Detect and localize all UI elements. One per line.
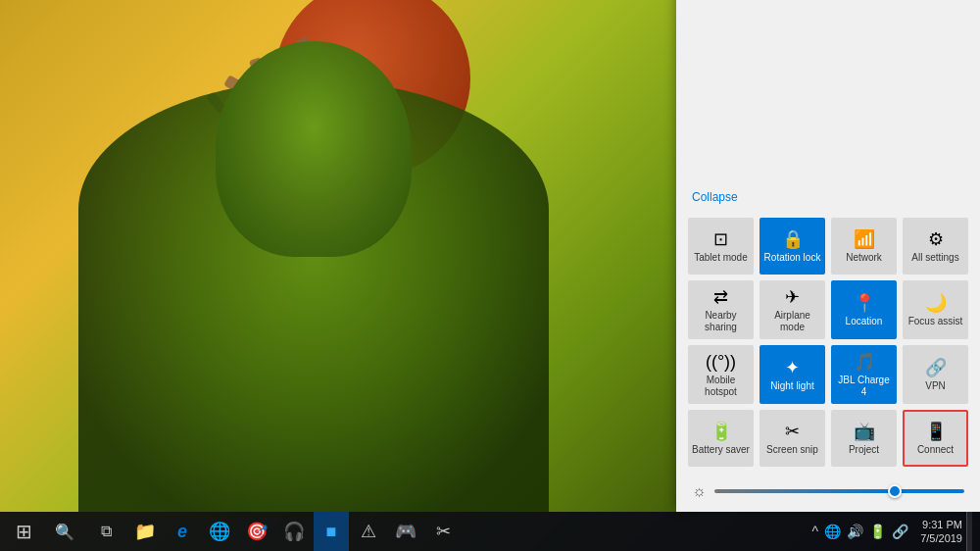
tablet-mode-icon: ⊡ [713, 230, 728, 248]
tile-focus-assist-label: Focus assist [908, 316, 963, 327]
app4-icon: ⚠ [361, 521, 376, 542]
search-icon: 🔍 [55, 523, 74, 541]
brightness-control: ☼ [676, 475, 980, 512]
quick-actions-grid: ⊡ Tablet mode 🔒 Rotation lock 📶 Network … [676, 210, 980, 475]
show-desktop-button[interactable] [966, 512, 972, 551]
taskbar-app-file-explorer[interactable]: 📁 [127, 512, 163, 551]
brightness-icon: ☼ [692, 482, 707, 500]
tile-jbl-charge4-label: JBL Charge 4 [835, 375, 893, 398]
task-view-button[interactable]: ⧉ [86, 512, 125, 551]
tile-nearby-sharing-label: Nearby sharing [692, 310, 750, 333]
tile-network[interactable]: 📶 Network [831, 218, 897, 275]
collapse-button[interactable]: Collapse [676, 184, 980, 210]
tile-rotation-lock[interactable]: 🔒 Rotation lock [760, 218, 825, 275]
taskbar-app-2[interactable]: 🎧 [276, 512, 312, 551]
tile-night-light-label: Night light [770, 380, 813, 392]
tile-vpn[interactable]: 🔗 VPN [903, 345, 968, 404]
connect-icon: 📱 [925, 423, 947, 440]
taskbar-app-chrome[interactable]: 🌐 [202, 512, 237, 551]
screen-snip-icon: ✂ [785, 423, 800, 440]
app1-icon: 🎯 [246, 521, 268, 542]
task-view-icon: ⧉ [101, 523, 112, 540]
network-tray-icon[interactable]: 🌐 [824, 524, 841, 539]
rotation-lock-icon: 🔒 [782, 230, 804, 248]
tile-airplane-mode[interactable]: ✈ Airplane mode [760, 280, 825, 339]
tile-location-label: Location [846, 316, 883, 327]
tile-focus-assist[interactable]: 🌙 Focus assist [903, 280, 968, 339]
jbl-charge4-icon: 🎵 [854, 353, 875, 371]
vpn-icon: 🔗 [925, 359, 947, 376]
clock-time: 9:31 PM [920, 518, 962, 531]
tile-screen-snip-label: Screen snip [766, 444, 818, 456]
tile-tablet-mode[interactable]: ⊡ Tablet mode [688, 218, 754, 275]
link-tray-icon[interactable]: 🔗 [892, 524, 908, 539]
taskbar-app-3[interactable]: ■ [314, 512, 349, 551]
tile-night-light[interactable]: ✦ Night light [760, 345, 825, 404]
taskbar-app-edge[interactable]: e [165, 512, 200, 551]
location-icon: 📍 [854, 294, 875, 312]
show-hidden-icon[interactable]: ^ [812, 524, 819, 539]
tile-tablet-mode-label: Tablet mode [694, 252, 747, 264]
night-light-icon: ✦ [785, 359, 800, 376]
collapse-label: Collapse [692, 190, 738, 204]
taskbar-app-6[interactable]: ✂ [425, 512, 461, 551]
brightness-slider[interactable] [714, 489, 964, 493]
tile-mobile-hotspot[interactable]: ((°)) Mobile hotspot [688, 345, 754, 404]
taskbar-app-5[interactable]: 🎮 [388, 512, 423, 551]
taskbar: ⊞ 🔍 ⧉ 📁 e 🌐 🎯 🎧 [0, 512, 980, 551]
app3-icon: ■ [326, 522, 337, 542]
hulk-head [216, 41, 412, 257]
tile-battery-saver-label: Battery saver [692, 444, 750, 456]
app5-icon: 🎮 [395, 521, 416, 542]
taskbar-app-1[interactable]: 🎯 [239, 512, 274, 551]
all-settings-icon: ⚙ [928, 230, 944, 248]
chrome-icon: 🌐 [209, 521, 230, 542]
edge-icon: e [177, 522, 187, 542]
tile-jbl-charge4[interactable]: 🎵 JBL Charge 4 [831, 345, 897, 404]
file-explorer-icon: 📁 [134, 521, 156, 542]
start-button[interactable]: ⊞ [4, 512, 43, 551]
tile-all-settings[interactable]: ⚙ All settings [903, 218, 968, 275]
tile-screen-snip[interactable]: ✂ Screen snip [760, 410, 825, 467]
tile-connect[interactable]: 📱 Connect [903, 410, 968, 467]
tile-network-label: Network [846, 252, 882, 264]
project-icon: 📺 [854, 423, 875, 440]
battery-tray-icon[interactable]: 🔋 [869, 524, 886, 539]
taskbar-app-4[interactable]: ⚠ [351, 512, 386, 551]
nearby-sharing-icon: ⇄ [713, 288, 728, 306]
airplane-mode-icon: ✈ [785, 288, 800, 306]
tile-airplane-mode-label: Airplane mode [763, 310, 821, 333]
clock[interactable]: 9:31 PM 7/5/2019 [920, 518, 962, 546]
start-icon: ⊞ [16, 520, 32, 543]
tile-battery-saver[interactable]: 🔋 Battery saver [688, 410, 754, 467]
tile-location[interactable]: 📍 Location [831, 280, 897, 339]
tray-icons: ^ 🌐 🔊 🔋 🔗 [812, 524, 909, 539]
tile-all-settings-label: All settings [911, 252, 958, 264]
mobile-hotspot-icon: ((°)) [706, 353, 736, 371]
network-icon: 📶 [854, 230, 875, 248]
battery-saver-icon: 🔋 [710, 423, 732, 440]
tile-project-label: Project [849, 444, 879, 456]
desktop: No new notifications Collapse ⊡ Tablet m… [0, 0, 980, 551]
taskbar-left: ⊞ 🔍 ⧉ 📁 e 🌐 🎯 🎧 [0, 512, 465, 551]
action-center-panel: No new notifications Collapse ⊡ Tablet m… [676, 0, 980, 512]
app6-icon: ✂ [436, 521, 451, 542]
search-button[interactable]: 🔍 [45, 512, 84, 551]
clock-date: 7/5/2019 [920, 531, 962, 545]
tile-connect-label: Connect [917, 444, 954, 456]
brightness-thumb[interactable] [888, 484, 902, 498]
tile-rotation-lock-label: Rotation lock [764, 252, 821, 264]
volume-tray-icon[interactable]: 🔊 [847, 524, 863, 539]
focus-assist-icon: 🌙 [925, 294, 947, 312]
tile-vpn-label: VPN [925, 380, 946, 392]
tile-project[interactable]: 📺 Project [831, 410, 897, 467]
system-tray: ^ 🌐 🔊 🔋 🔗 9:31 PM 7/5/2019 [805, 512, 980, 551]
app2-icon: 🎧 [283, 521, 305, 542]
notifications-area: No new notifications [676, 0, 980, 184]
tile-nearby-sharing[interactable]: ⇄ Nearby sharing [688, 280, 754, 339]
tile-mobile-hotspot-label: Mobile hotspot [692, 375, 750, 398]
